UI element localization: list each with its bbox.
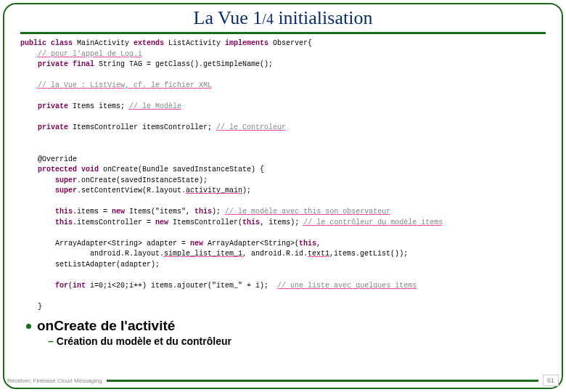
code-block: public class MainActivity extends ListAc… [20, 38, 546, 312]
bullet-lvl2: –Création du modèle et du contrôleur [48, 335, 546, 347]
dash-icon: – [48, 335, 54, 347]
title-underline [20, 32, 546, 34]
footer-line [107, 380, 538, 382]
footer-text: Receiver, Firebase Cloud Messaging [7, 377, 102, 384]
footer: Receiver, Firebase Cloud Messaging 61 [7, 375, 559, 386]
slide-title: La Vue 1/4 initialisation [0, 0, 566, 32]
bullets: onCreate de l'activité –Création du modè… [26, 318, 546, 347]
page-number: 61 [543, 375, 559, 386]
bullet-lvl1: onCreate de l'activité [26, 318, 546, 334]
bullet-dot-icon [26, 324, 31, 329]
